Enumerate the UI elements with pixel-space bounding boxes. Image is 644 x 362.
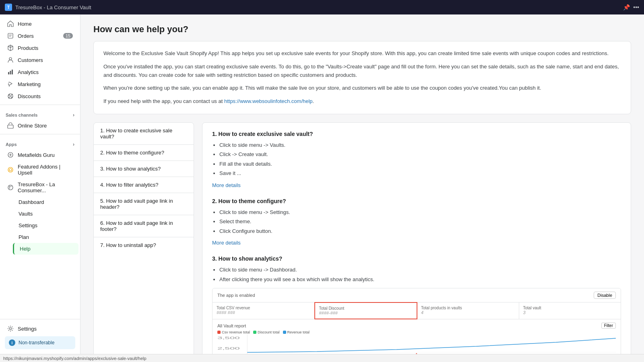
sidebar-item-discounts[interactable]: Discounts <box>2 90 78 102</box>
products-icon <box>7 45 14 51</box>
faq-item-2[interactable]: 2. How to theme configure? <box>94 145 194 161</box>
faq-section-1-list: Click to side menu -> Vaults. Click -> C… <box>212 141 621 177</box>
sidebar-item-featured-addons-label: Featured Addons | Upsell <box>18 164 73 176</box>
sidebar-item-analytics[interactable]: Analytics <box>2 66 78 78</box>
legend-dot-3 <box>283 331 286 334</box>
more-details-link-1[interactable]: More details <box>212 182 241 188</box>
sidebar-settings-item[interactable]: Settings <box>3 323 77 335</box>
statusbar: https://nikunjmavani.myshopify.com/admin… <box>0 354 644 362</box>
stat-val-2: ####-### <box>319 311 413 315</box>
legend-dot-1 <box>217 331 221 334</box>
sidebar-nav: Home Orders 15 Products Customers <box>0 14 80 319</box>
page-title: How can we help you? <box>93 24 631 35</box>
faq-section-3-list: Click to side menu -> Dashborad. After c… <box>212 266 621 283</box>
sidebar-item-plan[interactable]: Plan <box>13 231 78 243</box>
sidebar-item-featured-addons[interactable]: Featured Addons | Upsell <box>2 161 78 179</box>
sidebar-item-dashboard[interactable]: Dashboard <box>13 196 78 208</box>
legend-item-3: Revenue total <box>283 330 310 334</box>
chart-title: All Vault report <box>217 323 246 328</box>
sidebar-item-vaults-label: Vaults <box>19 211 33 217</box>
contact-link[interactable]: https://www.websoulinfotech.com/help <box>224 98 313 104</box>
list-item: After clicking there you will see a box … <box>219 276 621 284</box>
arrow-up-icon: ↑ <box>414 350 419 354</box>
filter-button[interactable]: Filter <box>601 323 616 329</box>
svg-rect-2 <box>8 72 9 74</box>
list-item: Save it ... <box>219 169 621 177</box>
chart-legend: Csv revenue total Discount total Revenue… <box>217 330 616 334</box>
sidebar-item-home-label: Home <box>18 21 32 27</box>
home-icon <box>7 21 14 27</box>
sidebar-item-metafields[interactable]: Metafields Guru <box>2 149 78 161</box>
faq-section-2: 2. How to theme configure? Click to side… <box>212 198 621 246</box>
sidebar-item-online-store-label: Online Store <box>18 123 47 129</box>
faq-section-1-title: 1. How to create exclusive sale vault? <box>212 131 621 137</box>
intro-card: Welcome to the Exclusive Sale Vault Shop… <box>93 41 631 114</box>
info-icon: i <box>9 339 15 346</box>
legend-label-2: Discount total <box>258 330 280 334</box>
faq-item-1[interactable]: 1. How to create exclusive sale vault? <box>94 123 194 145</box>
app-favicon: T <box>5 4 12 11</box>
sales-channels-arrow-icon: › <box>73 112 74 118</box>
legend-item-1: Csv revenue total <box>217 330 250 334</box>
svg-rect-8 <box>8 125 13 128</box>
sidebar-item-home[interactable]: Home <box>2 18 78 30</box>
divider-1 <box>0 105 80 105</box>
analytics-chart-area: All Vault report Filter Csv revenue tota… <box>213 319 621 354</box>
pin-icon[interactable]: 📌 <box>623 4 630 10</box>
sales-channels-section[interactable]: Sales channels › <box>0 107 80 119</box>
svg-text:3,500: 3,500 <box>217 336 240 340</box>
sidebar-item-dashboard-label: Dashboard <box>19 199 44 205</box>
store-icon <box>7 122 14 129</box>
sidebar-item-tresurebox[interactable]: TresureBox - La Consumer... <box>2 179 78 196</box>
settings-label: Settings <box>18 326 37 332</box>
stat-label-2: Total Discount <box>319 306 413 311</box>
list-item: Click -> Create vault. <box>219 150 621 158</box>
list-item: Click to side menu -> Dashborad. <box>219 266 621 274</box>
analytics-preview: The app is enabled Disable Total CSV rev… <box>212 288 621 354</box>
faq-detail: 1. How to create exclusive sale vault? C… <box>202 122 631 354</box>
disable-button[interactable]: Disable <box>594 292 616 299</box>
list-item: Click Configure button. <box>219 227 621 235</box>
sidebar-item-marketing-label: Marketing <box>18 81 41 87</box>
intro-para-1: Welcome to the Exclusive Sale Vault Shop… <box>103 49 621 58</box>
divider-2 <box>0 134 80 134</box>
sidebar: Home Orders 15 Products Customers <box>0 14 80 354</box>
discounts-icon <box>7 93 14 99</box>
sidebar-item-analytics-label: Analytics <box>18 69 39 75</box>
faq-item-7[interactable]: 7. How to uninstall app? <box>94 237 194 253</box>
intro-para-4: If you need help with the app, you can c… <box>103 97 621 106</box>
more-details-link-2[interactable]: More details <box>212 240 241 246</box>
stat-box-4: Total vault 3 <box>519 302 621 319</box>
faq-item-5[interactable]: 5. How to add vault page link in header? <box>94 193 194 215</box>
apps-section[interactable]: Apps › <box>0 137 80 149</box>
sidebar-item-settings[interactable]: Settings <box>13 220 78 231</box>
sidebar-item-customers[interactable]: Customers <box>2 54 78 66</box>
legend-dot-2 <box>253 331 256 334</box>
faq-item-3[interactable]: 3. How to show analytics? <box>94 161 194 177</box>
faq-item-4[interactable]: 4. How to filter analytics? <box>94 177 194 193</box>
svg-point-12 <box>8 185 13 190</box>
apps-arrow-icon: › <box>73 142 74 147</box>
stat-label-3: Total products in vaults <box>421 306 515 310</box>
faq-item-6[interactable]: 6. How to add vault page link in footer? <box>94 215 194 237</box>
topbar-title: TresureBox - La Consumer Vault <box>15 4 91 10</box>
sidebar-item-help[interactable]: Help <box>13 243 78 255</box>
sidebar-sub-nav: Dashboard Vaults Settings Plan Help <box>0 196 80 255</box>
analytics-stats: Total CSV revenue #### ### Total Discoun… <box>213 302 621 319</box>
stat-box-1: Total CSV revenue #### ### <box>213 302 315 319</box>
more-icon[interactable]: ••• <box>633 4 639 10</box>
sidebar-item-tresurebox-label: TresureBox - La Consumer... <box>18 181 73 193</box>
sales-channels-label: Sales channels <box>6 113 38 117</box>
sidebar-item-orders[interactable]: Orders 15 <box>2 30 78 42</box>
sidebar-item-vaults[interactable]: Vaults <box>13 208 78 220</box>
orders-badge: 15 <box>63 33 73 39</box>
legend-item-2: Discount total <box>253 330 280 334</box>
list-item: Fill all the vault details. <box>219 160 621 168</box>
sidebar-item-products[interactable]: Products <box>2 42 78 54</box>
sidebar-item-online-store[interactable]: Online Store <box>2 119 78 132</box>
customers-icon <box>7 57 14 63</box>
sidebar-item-marketing[interactable]: Marketing <box>2 78 78 90</box>
stat-box-2-highlighted: Total Discount ####-### <box>314 302 418 319</box>
topbar: T TresureBox - La Consumer Vault 📌 ••• <box>0 0 644 14</box>
stat-val-3: 4 <box>421 310 515 315</box>
